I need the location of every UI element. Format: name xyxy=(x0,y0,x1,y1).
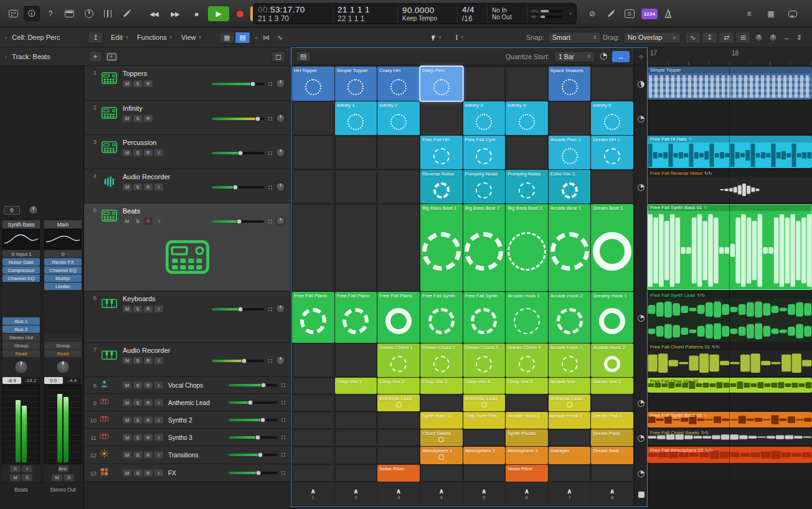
insert-slot[interactable]: Channel EQ xyxy=(44,266,82,274)
menu-edit[interactable]: Edit∨ xyxy=(107,32,132,43)
menu-functions[interactable]: Functions∨ xyxy=(133,32,176,43)
pan-knob[interactable] xyxy=(276,114,285,123)
flex-button[interactable]: ∿ xyxy=(277,34,283,42)
insert-slot[interactable]: Remix FX xyxy=(44,258,82,266)
empty-cell[interactable] xyxy=(463,67,506,101)
metronome-button[interactable] xyxy=(660,6,676,21)
pan-knob[interactable] xyxy=(276,304,285,314)
track-m-button[interactable]: M xyxy=(123,218,131,225)
empty-cell[interactable] xyxy=(377,136,420,169)
region-gain-value[interactable]: 0 xyxy=(4,206,20,215)
loop-cell[interactable]: Arcade Hook 1 xyxy=(549,343,591,377)
empty-cell[interactable] xyxy=(591,395,633,411)
track-i-button[interactable]: I xyxy=(154,306,163,312)
forward-button[interactable]: ▶▶ xyxy=(166,6,184,21)
volume-slider[interactable] xyxy=(212,83,264,85)
loop-cell[interactable]: Arcade Beat 1 xyxy=(549,204,591,291)
empty-cell[interactable] xyxy=(549,429,591,446)
empty-cell[interactable] xyxy=(335,395,377,411)
empty-cell[interactable] xyxy=(506,136,548,169)
timeline-region[interactable]: Free Fall Synth Bass 03↻ xyxy=(648,412,812,427)
track-header[interactable]: 8 MSRIVocal Chops xyxy=(84,377,290,394)
track-m-button[interactable]: M xyxy=(123,357,131,364)
track-s-button[interactable]: S xyxy=(133,357,142,364)
loop-cell[interactable]: Chop Vox 1 xyxy=(335,378,377,394)
volume-slider[interactable] xyxy=(212,152,264,154)
track-name[interactable]: Percussion xyxy=(123,139,163,146)
loop-cell[interactable]: Arcade Hook 1 xyxy=(506,292,548,343)
timeline-region[interactable]: Free Fall Chop Vox 01↻↻ xyxy=(648,378,812,393)
library-button[interactable] xyxy=(5,6,21,21)
group-slot[interactable]: Group xyxy=(44,342,82,349)
pan-knob[interactable] xyxy=(276,217,285,226)
loop-range-button[interactable]: ↔ xyxy=(612,51,630,62)
track-r-button[interactable]: R xyxy=(144,416,153,423)
track-r-button[interactable]: R xyxy=(144,218,153,225)
loop-cell[interactable]: Arcade Hook 2 xyxy=(549,412,591,429)
timeline-lane[interactable]: Free Fall Atmosphere 02↻↻ xyxy=(648,446,812,464)
timeline-lane[interactable]: Free Fall Hi Hats↻ xyxy=(648,135,812,169)
track-header[interactable]: 2 InfinityMSR xyxy=(84,101,290,135)
horizontal-zoom-icon[interactable]: ↔ xyxy=(783,34,790,41)
track-s-button[interactable]: S xyxy=(133,306,142,312)
loop-cell[interactable]: Synth Bass 3 xyxy=(420,412,463,429)
track-r-button[interactable]: R xyxy=(144,469,153,476)
track-m-button[interactable]: M xyxy=(123,80,131,87)
track-header[interactable]: 1 ToppersMSR xyxy=(84,66,290,101)
empty-cell[interactable] xyxy=(292,170,334,203)
empty-cell[interactable] xyxy=(292,343,334,377)
automation-mode-slot[interactable]: Read xyxy=(44,350,82,357)
timeline-lane[interactable]: Free Fall Chord Patterns 01↻↻ xyxy=(648,343,812,377)
track-s-button[interactable]: S xyxy=(133,434,142,441)
pan-knob[interactable] xyxy=(56,360,70,374)
empty-cell[interactable] xyxy=(377,429,420,446)
loop-cell[interactable]: Pumping Noise xyxy=(463,170,506,203)
timeline-lane[interactable]: Free Fall Reverse Noise↻↻ xyxy=(648,169,812,203)
quick-help-button[interactable]: ? xyxy=(42,6,59,21)
empty-cell[interactable] xyxy=(335,170,377,203)
volume-slider[interactable] xyxy=(212,220,264,223)
track-r-button[interactable]: R xyxy=(144,115,153,122)
smart-controls-button[interactable] xyxy=(81,6,97,21)
loop-cell[interactable]: Big Bass Beat 3 xyxy=(506,204,548,291)
timeline-lane[interactable] xyxy=(648,394,812,411)
empty-cell[interactable] xyxy=(292,101,334,135)
track-header-label[interactable]: › Track: Beats xyxy=(5,47,50,66)
scene-trigger[interactable]: ∧7 xyxy=(549,482,591,505)
link-button[interactable]: ⇄ xyxy=(719,32,734,44)
empty-cell[interactable] xyxy=(292,447,334,464)
loop-cell[interactable]: Dream HH 1 xyxy=(591,136,633,169)
empty-cell[interactable] xyxy=(292,378,334,394)
track-header-options-button[interactable]: ◻ xyxy=(271,51,285,62)
track-header[interactable]: 7 Audio RecorderMSRI xyxy=(84,343,290,377)
track-header[interactable]: 6 KeyboardsMSRI xyxy=(84,291,290,343)
empty-cell[interactable] xyxy=(335,343,377,377)
volume-slider[interactable] xyxy=(229,472,277,474)
track-name[interactable]: Vocal Chops xyxy=(168,382,203,389)
loop-cell[interactable]: Dream Chord 4 xyxy=(506,343,548,377)
timeline-region[interactable]: Free Fall Chord Swells↻↻ xyxy=(648,429,812,445)
loop-cell[interactable]: Sweeper xyxy=(549,447,591,464)
insert-slot[interactable]: Multipr xyxy=(44,274,82,282)
scene-trigger[interactable]: ∧3 xyxy=(377,482,420,505)
loop-cell[interactable]: Reverse Noise xyxy=(420,170,463,203)
volume-slider[interactable] xyxy=(212,186,264,189)
loop-cell[interactable]: Arcade Hook 2 xyxy=(591,343,633,377)
inspector-button[interactable]: ⓘ xyxy=(24,6,40,21)
timeline-lane[interactable]: Free Fall Synth Bass 01↻ xyxy=(648,203,812,291)
track-r-button[interactable]: R xyxy=(144,382,153,389)
track-s-button[interactable]: S xyxy=(133,416,142,423)
track-s-button[interactable]: S xyxy=(133,184,142,190)
loop-cell[interactable]: Free Fall Piano xyxy=(292,292,334,343)
cell-loop-indicator[interactable] xyxy=(638,116,644,123)
loop-cell[interactable]: Free Fall HH xyxy=(420,136,463,169)
track-r-button[interactable]: R xyxy=(144,149,153,156)
input-monitor-button[interactable]: I xyxy=(22,465,32,472)
timeline-region[interactable]: Free Fall Atmosphere 02↻↻ xyxy=(648,447,812,463)
volume-slider[interactable] xyxy=(229,384,277,386)
loop-cell[interactable]: Anthemic Lead xyxy=(377,395,420,411)
empty-cell[interactable] xyxy=(506,67,548,101)
empty-cell[interactable] xyxy=(292,412,334,429)
loop-cell[interactable]: Atmosphere 3 xyxy=(506,447,548,464)
loop-cell[interactable]: HH Topper xyxy=(292,67,334,101)
